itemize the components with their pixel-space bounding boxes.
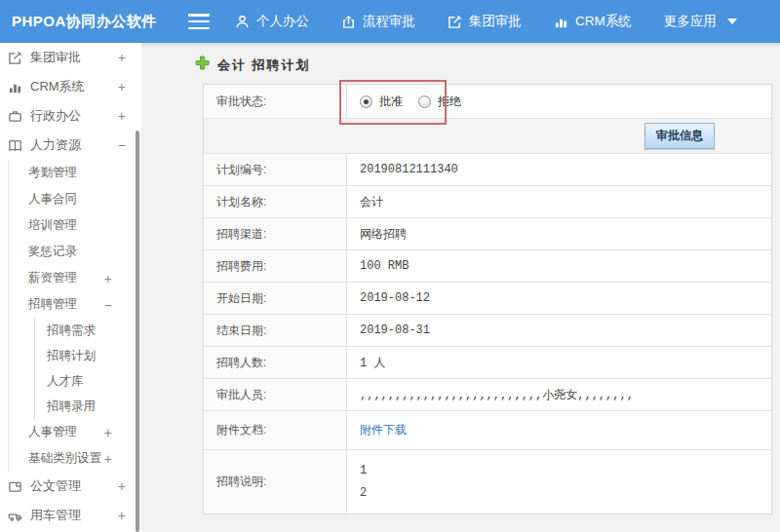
- table-row-headcount: 招聘人数: 1 人: [204, 347, 771, 379]
- approval-status-row: 审批状态: 批准 拒绝: [204, 85, 771, 119]
- expand-plus-icon[interactable]: +: [104, 271, 112, 286]
- row-label: 结束日期:: [204, 315, 347, 346]
- sidebar-item-document-mgmt[interactable]: 公文管理 +: [0, 472, 141, 501]
- hr-submenu: 考勤管理 人事合同 培训管理 奖惩记录 薪资管理 + 招聘管理 − 招聘需求 招…: [8, 160, 141, 472]
- expand-plus-icon[interactable]: +: [104, 451, 112, 467]
- sidebar-item-recruit-plan[interactable]: 招聘计划: [35, 343, 141, 368]
- sidebar-label: 培训管理: [28, 217, 77, 234]
- table-row-recruit-cost: 招聘费用: 100 RMB: [204, 250, 771, 283]
- sidebar-item-recruit-demand[interactable]: 招聘需求: [35, 318, 141, 343]
- sidebar-label: 薪资管理: [28, 270, 77, 286]
- expand-plus-icon[interactable]: +: [118, 478, 126, 494]
- reject-radio[interactable]: [418, 95, 431, 108]
- sidebar-item-rewards[interactable]: 奖惩记录: [9, 239, 141, 265]
- expand-plus-icon[interactable]: +: [118, 50, 126, 65]
- app-logo: PHPOA协同办公软件: [0, 13, 188, 31]
- collapse-minus-icon[interactable]: −: [118, 137, 126, 153]
- row-label: 招聘说明:: [204, 450, 347, 513]
- recruit-plan-detail-table: 审批状态: 批准 拒绝 审批信息 计划编号: 20190812111340 计划…: [203, 84, 772, 514]
- chart-icon: [8, 80, 23, 95]
- reject-radio-label: 拒绝: [438, 94, 461, 110]
- nav-group-approval[interactable]: 集团审批: [448, 13, 522, 30]
- nav-process-approval[interactable]: 流程审批: [341, 13, 415, 30]
- row-label: 招聘费用:: [204, 250, 347, 282]
- sidebar-label: 公文管理: [30, 477, 81, 495]
- page-title-text: 会计 招聘计划: [217, 57, 311, 74]
- table-row-recruit-channel: 招聘渠道: 网络招聘: [204, 218, 771, 250]
- expand-plus-icon[interactable]: +: [118, 108, 126, 124]
- sidebar-item-recruit-mgmt[interactable]: 招聘管理 −: [9, 291, 141, 318]
- table-row-description: 招聘说明: 1 2: [204, 450, 771, 513]
- nav-label: 流程审批: [363, 13, 415, 30]
- table-row-end-date: 结束日期: 2019-08-31: [204, 315, 771, 347]
- expand-plus-icon[interactable]: +: [104, 425, 112, 440]
- row-value: 100 RMB: [347, 250, 771, 282]
- row-value: 2019-08-31: [347, 315, 771, 346]
- table-row-plan-number: 计划编号: 20190812111340: [204, 154, 771, 186]
- sidebar-item-vehicle-mgmt[interactable]: 用车管理 +: [0, 501, 141, 530]
- top-navigation-bar: PHPOA协同办公软件 个人办公 流程审批: [0, 0, 780, 43]
- sidebar-item-admin-office[interactable]: 行政办公 +: [0, 101, 141, 131]
- approval-action-row: 审批信息: [204, 119, 771, 154]
- recruit-submenu: 招聘需求 招聘计划 人才库 招聘录用: [34, 318, 141, 419]
- document-icon: [8, 479, 23, 494]
- car-icon: [8, 509, 23, 523]
- nav-personal-office[interactable]: 个人办公: [235, 13, 309, 30]
- sidebar-label: 人事管理: [28, 424, 77, 440]
- sidebar-item-base-category[interactable]: 基础类别设置 +: [9, 445, 141, 472]
- sidebar-label: 用车管理: [30, 507, 81, 524]
- sidebar-label: 招聘录用: [47, 399, 96, 415]
- sidebar-item-personnel-mgmt[interactable]: 人事管理 +: [9, 419, 141, 445]
- row-value: 20190812111340: [347, 154, 771, 185]
- sidebar-scrollbar[interactable]: [136, 131, 139, 532]
- expand-plus-icon[interactable]: +: [118, 508, 126, 523]
- process-icon: [341, 15, 356, 29]
- sidebar-item-group-approval[interactable]: 集团审批 +: [0, 43, 141, 72]
- expand-plus-icon[interactable]: +: [118, 79, 126, 95]
- approve-radio-label: 批准: [379, 94, 403, 110]
- sidebar-item-salary[interactable]: 薪资管理 +: [9, 265, 141, 291]
- approval-radio-group: 批准 拒绝: [360, 94, 477, 110]
- sidebar-item-talent-pool[interactable]: 人才库: [35, 368, 141, 394]
- collapse-minus-icon[interactable]: −: [104, 297, 112, 313]
- row-label: 计划名称:: [204, 186, 347, 217]
- description-line: 1: [360, 464, 367, 477]
- edit-icon: [8, 51, 23, 65]
- sidebar-label: 人才库: [47, 373, 84, 390]
- briefcase-icon: [8, 109, 23, 124]
- attachment-download-link[interactable]: 附件下载: [360, 422, 407, 438]
- hamburger-menu-icon[interactable]: [188, 14, 210, 29]
- sidebar: 集团审批 + CRM系统 + 行政办公 + 人力资源 − 考勤管理: [0, 43, 141, 532]
- approve-radio[interactable]: [360, 95, 372, 108]
- table-row-start-date: 开始日期: 2019-08-12: [204, 283, 771, 315]
- row-value: 1 人: [347, 347, 771, 378]
- page-title: 会计 招聘计划: [195, 56, 311, 74]
- approval-info-button[interactable]: 审批信息: [644, 123, 715, 149]
- row-label: 计划编号:: [204, 154, 347, 185]
- plus-icon: [195, 56, 210, 74]
- description-line: 2: [360, 486, 367, 500]
- row-label: 附件文档:: [204, 411, 347, 449]
- chart-icon: [554, 15, 568, 29]
- sidebar-label: 人力资源: [30, 136, 81, 154]
- sidebar-label: 集团审批: [30, 49, 81, 66]
- person-icon: [235, 15, 250, 29]
- edit-icon: [448, 15, 462, 29]
- sidebar-item-hr-contract[interactable]: 人事合同: [9, 186, 141, 212]
- table-row-plan-name: 计划名称: 会计: [204, 186, 771, 218]
- sidebar-label: 招聘需求: [47, 323, 96, 339]
- row-value: 网络招聘: [347, 218, 771, 249]
- sidebar-item-training[interactable]: 培训管理: [9, 212, 141, 239]
- nav-more-apps[interactable]: 更多应用: [664, 13, 737, 30]
- sidebar-item-human-resources[interactable]: 人力资源 −: [0, 131, 141, 160]
- sidebar-item-crm[interactable]: CRM系统 +: [0, 72, 141, 101]
- nav-label: 更多应用: [664, 13, 717, 30]
- row-value: ,,,,,,,,,,,,,,,,,,,,,,,,,,小尧女,,,,,,,,: [347, 379, 771, 410]
- top-nav: 个人办公 流程审批 集团审批 CRM系统: [235, 13, 769, 30]
- sidebar-item-attendance[interactable]: 考勤管理: [9, 160, 141, 186]
- row-label: 招聘渠道:: [204, 218, 347, 249]
- table-row-approvers: 审批人员: ,,,,,,,,,,,,,,,,,,,,,,,,,,小尧女,,,,,…: [204, 379, 771, 411]
- sidebar-item-recruit-hire[interactable]: 招聘录用: [35, 394, 141, 419]
- row-label: 审批人员:: [204, 379, 347, 410]
- nav-crm-system[interactable]: CRM系统: [554, 13, 632, 30]
